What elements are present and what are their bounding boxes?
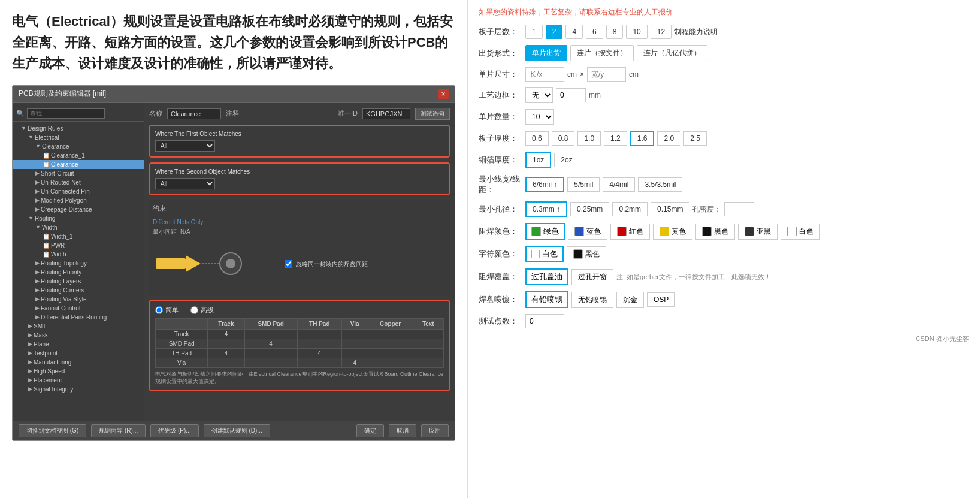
color-red-button[interactable]: 红色 [610, 224, 650, 240]
layer-10-button[interactable]: 10 [626, 25, 647, 39]
trace-35mil-button[interactable]: 3.5/3.5mil [638, 177, 682, 192]
process-capability-link[interactable]: 制程能力说明 [674, 27, 718, 37]
ok-button[interactable]: 确定 [356, 424, 384, 437]
rule-wizard-button[interactable]: 规则向导 (R)... [91, 424, 146, 437]
cell-via-via[interactable]: 4 [341, 358, 368, 367]
switch-doc-view-button[interactable]: 切换到文档视图 (G) [19, 424, 86, 437]
tree-item-diff-pairs[interactable]: ▶ Differential Pairs Routing [13, 313, 144, 322]
thickness-1.0-button[interactable]: 1.0 [577, 131, 601, 146]
layer-8-button[interactable]: 8 [606, 25, 624, 39]
color-black-button[interactable]: 黑色 [695, 224, 735, 240]
layer-2-button[interactable]: 2 [546, 25, 563, 39]
apply-button[interactable]: 应用 [421, 424, 449, 437]
tree-item-width[interactable]: 📋 Width [13, 250, 144, 259]
cell-th-th[interactable]: 4 [297, 348, 341, 358]
tree-item-routing-via-style[interactable]: ▶ Routing Via Style [13, 295, 144, 304]
create-default-rules-button[interactable]: 创建默认规则 (D)... [204, 424, 270, 437]
tree-item-clearance-group[interactable]: ▼ Clearance [13, 142, 144, 151]
ignore-checkbox[interactable] [285, 260, 292, 268]
thickness-1.6-button[interactable]: 1.6 [630, 131, 655, 146]
simple-radio[interactable] [155, 306, 163, 314]
color-white-button[interactable]: 白色 [781, 224, 820, 240]
process-value-input[interactable] [556, 88, 586, 102]
tree-item-short-circuit[interactable]: ▶ Short-Circuit [13, 169, 144, 178]
trace-4mil-button[interactable]: 4/4mil [603, 177, 635, 192]
tree-item-routing-corners[interactable]: ▶ Routing Corners [13, 286, 144, 295]
tree-item-signal-integrity[interactable]: ▶ Signal Integrity [13, 385, 144, 394]
tree-item-smt[interactable]: ▶ SMT [13, 322, 144, 331]
layer-4-button[interactable]: 4 [565, 25, 583, 39]
advanced-radio[interactable] [190, 306, 198, 314]
hole-0.2mm-button[interactable]: 0.2mm [612, 202, 648, 216]
color-green-button[interactable]: 绿色 [525, 223, 565, 240]
tree-item-modified-polygon[interactable]: ▶ Modified Polygon [13, 196, 144, 205]
first-match-select[interactable]: All [155, 140, 215, 152]
tree-item-routing-priority[interactable]: ▶ Routing Priority [13, 268, 144, 277]
trace-5mil-button[interactable]: 5/5mil [567, 177, 600, 192]
qty-select[interactable]: 10 [525, 109, 554, 125]
process-select[interactable]: 无 [525, 87, 553, 103]
tree-item-routing-topology[interactable]: ▶ Routing Topology [13, 259, 144, 268]
tree-item-fanout[interactable]: ▶ Fanout Control [13, 304, 144, 313]
size-y-input[interactable] [587, 67, 626, 82]
tree-item-plane[interactable]: ▶ Plane [13, 340, 144, 349]
via-open-button[interactable]: 过孔开窗 [571, 269, 613, 285]
tree-item-clearance-selected[interactable]: 📋 Clearance [13, 160, 144, 169]
tree-item-unconnected-pin[interactable]: ▶ Un-Connected Pin [13, 187, 144, 196]
size-x-input[interactable] [525, 67, 564, 82]
copper-2oz-button[interactable]: 2oz [554, 153, 579, 167]
copper-1oz-button[interactable]: 1oz [525, 152, 551, 168]
test-button[interactable]: 测试语句 [415, 108, 450, 120]
delivery-strip-file-button[interactable]: 连片（按文件） [570, 45, 634, 61]
tree-item-creepage[interactable]: ▶ Creepage Distance [13, 205, 144, 214]
cell-th-track[interactable]: 4 [208, 348, 244, 358]
uid-input[interactable] [362, 108, 410, 119]
tree-item-electrical[interactable]: ▼ Electrical [13, 133, 144, 142]
surface-leaded-button[interactable]: 有铅喷锡 [525, 291, 568, 308]
color-yellow-button[interactable]: 黄色 [653, 224, 692, 240]
test-points-input[interactable] [525, 314, 564, 328]
cancel-button[interactable]: 取消 [389, 424, 416, 437]
delivery-single-button[interactable]: 单片出货 [525, 45, 567, 61]
surface-gold-button[interactable]: 沉金 [616, 292, 644, 308]
surface-osp-button[interactable]: OSP [647, 292, 675, 307]
thickness-0.6-button[interactable]: 0.6 [525, 131, 549, 146]
cell-track-track[interactable]: 4 [208, 329, 244, 339]
priority-button[interactable]: 优先级 (P)... [150, 424, 198, 437]
thickness-0.8-button[interactable]: 0.8 [552, 131, 575, 146]
thickness-1.2-button[interactable]: 1.2 [604, 131, 627, 146]
tree-item-design-rules[interactable]: ▼ Design Rules [13, 124, 144, 133]
tree-item-pwr[interactable]: 📋 PWR [13, 241, 144, 250]
char-white-button[interactable]: 白色 [525, 246, 564, 262]
surface-leadfree-button[interactable]: 无铅喷锡 [571, 292, 613, 308]
layer-6-button[interactable]: 6 [586, 25, 603, 39]
hole-0.3mm-button[interactable]: 0.3mm ↑ [525, 201, 567, 217]
search-input[interactable] [27, 108, 105, 119]
rule-name-input[interactable] [167, 108, 221, 119]
tree-item-high-speed[interactable]: ▶ High Speed [13, 367, 144, 376]
cell-smd-smd[interactable]: 4 [244, 339, 297, 348]
tree-item-placement[interactable]: ▶ Placement [13, 376, 144, 385]
char-black-button[interactable]: 黑色 [567, 246, 606, 262]
tree-item-manufacturing[interactable]: ▶ Manufacturing [13, 358, 144, 367]
thickness-2.5-button[interactable]: 2.5 [683, 131, 707, 146]
tree-item-clearance1[interactable]: 📋 Clearance_1 [13, 151, 144, 160]
layer-1-button[interactable]: 1 [525, 25, 543, 39]
dialog-close-button[interactable]: × [438, 89, 449, 99]
hole-density-input[interactable] [724, 202, 754, 216]
thickness-2.0-button[interactable]: 2.0 [657, 131, 680, 146]
simple-radio-label[interactable]: 简单 [155, 306, 179, 315]
tree-item-routing-layers[interactable]: ▶ Routing Layers [13, 277, 144, 286]
advanced-radio-label[interactable]: 高级 [190, 306, 214, 315]
color-matte-black-button[interactable]: 亚黑 [738, 224, 778, 240]
hole-0.15mm-button[interactable]: 0.15mm [651, 202, 689, 216]
tree-item-width1[interactable]: 📋 Width_1 [13, 232, 144, 241]
delivery-strip-fanyi-button[interactable]: 连片（凡亿代拼） [637, 45, 707, 61]
tree-item-testpoint[interactable]: ▶ Testpoint [13, 349, 144, 358]
second-match-select[interactable]: All [155, 178, 215, 189]
tree-item-routing[interactable]: ▼ Routing [13, 214, 144, 223]
trace-6mil-button[interactable]: 6/6mil ↑ [525, 177, 564, 192]
via-tented-button[interactable]: 过孔盖油 [525, 268, 568, 285]
tree-item-unrouted-net[interactable]: ▶ Un-Routed Net [13, 178, 144, 187]
color-blue-button[interactable]: 蓝色 [568, 224, 607, 240]
